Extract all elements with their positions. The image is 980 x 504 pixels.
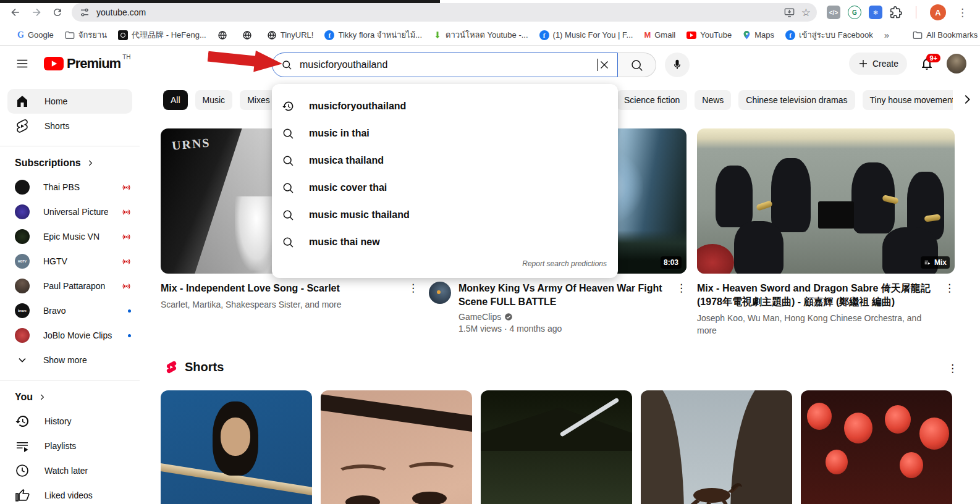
report-predictions-link[interactable]: Report search predictions <box>272 256 618 273</box>
short-thumbnail-4[interactable] <box>641 390 792 504</box>
sidebar-item-history[interactable]: History <box>7 409 132 434</box>
sidebar-item-playlists[interactable]: Playlists <box>7 434 132 458</box>
bookmark-tinyurl[interactable]: TinyURL! <box>267 30 314 40</box>
refresh-button[interactable] <box>47 2 68 23</box>
search-button[interactable] <box>618 52 656 77</box>
notifications-button[interactable]: 9+ <box>919 56 934 71</box>
bookmark-gmail[interactable]: MGmail <box>644 30 675 40</box>
sidebar-item-liked-videos[interactable]: Liked videos <box>7 483 132 504</box>
channel-universal[interactable]: Universal Picture... <box>0 200 140 224</box>
chip-all[interactable]: All <box>163 90 188 110</box>
chip-chinese-tv-dramas[interactable]: Chinese television dramas <box>738 90 855 110</box>
short-thumbnail-3[interactable] <box>481 390 632 504</box>
create-button[interactable]: Create <box>849 52 907 75</box>
browser-profile-avatar[interactable]: A <box>930 4 946 20</box>
search-box[interactable] <box>272 52 618 77</box>
video-menu-icon[interactable]: ⋮ <box>944 282 955 337</box>
bookmark-hefeng[interactable]: 代理品牌 - HeFeng... <box>118 30 206 41</box>
address-bar[interactable]: youtube.com ☆ <box>72 3 817 22</box>
youtube-premium-logo[interactable]: Premium TH <box>43 55 131 72</box>
browser-menu-icon[interactable]: ⋮ <box>953 7 971 18</box>
bookmark-download-youtube[interactable]: ดาวน์โหลด Youtube -... <box>433 28 528 41</box>
new-content-dot <box>128 334 131 337</box>
bookmark-google[interactable]: GGoogle <box>17 30 54 40</box>
sidebar-item-watch-later[interactable]: Watch later <box>7 458 132 483</box>
folder-icon <box>913 31 923 40</box>
all-bookmarks-button[interactable]: All Bookmarks <box>913 30 978 40</box>
logo-country-code: TH <box>122 54 130 61</box>
channel-avatar: HGTV <box>15 254 30 269</box>
history-icon <box>15 414 30 429</box>
channel-joblo[interactable]: JoBlo Movie Clips <box>0 323 140 348</box>
you-header[interactable]: You <box>0 388 140 409</box>
url-text[interactable]: youtube.com <box>96 7 784 17</box>
forward-button[interactable] <box>26 2 47 23</box>
video-title[interactable]: Mix - Heaven Sword and Dragon Sabre 倚天屠龍… <box>697 282 937 309</box>
video-menu-icon[interactable]: ⋮ <box>408 282 418 311</box>
bookmarks-overflow-icon[interactable]: » <box>884 30 889 40</box>
refresh-icon <box>52 7 63 18</box>
channel-bravo[interactable]: bravo Bravo <box>0 298 140 323</box>
channel-paul-pattarapon[interactable]: Paul Pattarapon ... <box>0 274 140 298</box>
video-thumbnail-3[interactable]: Mix <box>697 128 955 274</box>
show-more-button[interactable]: Show more <box>0 348 140 372</box>
live-icon <box>122 257 131 266</box>
guide-menu-button[interactable] <box>10 51 35 76</box>
shorts-menu-icon[interactable]: ⋮ <box>947 362 958 375</box>
chip-tiny-house[interactable]: Tiny house movement <box>863 90 953 110</box>
clear-search-icon[interactable] <box>598 58 611 72</box>
grammarly-icon[interactable]: G <box>848 6 861 19</box>
suggestion-item[interactable]: musica thailand <box>272 147 618 174</box>
chips-scroll-right-button[interactable] <box>960 93 974 106</box>
suggestion-item[interactable]: music thai new <box>272 229 618 256</box>
bookmark-tikky-flora[interactable]: fTikky flora จำหน่ายไม้... <box>324 28 422 41</box>
video-title[interactable]: Monkey King Vs Army Of Heaven War Fight … <box>458 282 669 309</box>
sidebar-item-shorts[interactable]: Shorts <box>7 114 132 138</box>
search-icon <box>282 236 294 248</box>
bookmark-youtube[interactable]: YouTube <box>686 30 732 40</box>
channel-thai-pbs[interactable]: Thai PBS <box>0 175 140 200</box>
bookmark-star-icon[interactable]: ☆ <box>801 6 811 19</box>
bookmark-music-for-you[interactable]: f(1) Music For You | F... <box>539 30 633 40</box>
subscriptions-header[interactable]: Subscriptions <box>0 154 140 175</box>
suggestion-item[interactable]: music cover thai <box>272 174 618 201</box>
back-button[interactable] <box>5 2 26 23</box>
suggestion-item[interactable]: music music thailand <box>272 201 618 229</box>
video-menu-icon[interactable]: ⋮ <box>676 282 686 335</box>
bookmark-facebook-login[interactable]: fเข้าสู่ระบบ Facebook <box>785 28 873 41</box>
video-title[interactable]: Mix - Independent Love Song - Scarlet <box>161 282 400 295</box>
bookmark-folder-thai[interactable]: จักรยาน <box>65 28 107 41</box>
code-extension-icon[interactable]: </> <box>827 6 840 19</box>
thumbnail-sign-text: URNS <box>171 135 211 153</box>
suggestion-item[interactable]: musicforyouthailand <box>272 93 618 120</box>
video-byline[interactable]: Scarlet, Martika, Shakespears Sister, an… <box>161 298 400 311</box>
short-thumbnail-5[interactable] <box>801 390 952 504</box>
channel-avatar-gameclips[interactable] <box>429 282 451 304</box>
history-icon <box>282 100 294 112</box>
bookmark-globe-2[interactable] <box>242 30 256 40</box>
channel-avatar <box>15 180 30 195</box>
back-icon <box>9 6 22 19</box>
bookmark-maps[interactable]: Maps <box>743 30 774 40</box>
extensions-puzzle-icon[interactable] <box>890 6 902 19</box>
video-byline[interactable]: Joseph Koo, Wu Man, Hong Kong Chinese Or… <box>697 312 937 337</box>
chip-news[interactable]: News <box>695 90 731 110</box>
voice-search-button[interactable] <box>665 52 690 77</box>
sidebar-item-home[interactable]: Home <box>7 89 132 114</box>
install-icon[interactable] <box>784 7 795 19</box>
suggestion-item[interactable]: music in thai <box>272 120 618 147</box>
channel-hgtv[interactable]: HGTV HGTV <box>0 249 140 274</box>
chip-music[interactable]: Music <box>195 90 233 110</box>
short-thumbnail-1[interactable] <box>161 390 312 504</box>
channel-epic-music-vn[interactable]: Epic Music VN <box>0 224 140 249</box>
shorts-icon <box>15 119 30 133</box>
chip-science-fiction[interactable]: Science fiction <box>617 90 687 110</box>
bookmark-globe-1[interactable] <box>218 30 231 40</box>
account-avatar[interactable] <box>947 54 966 74</box>
search-input[interactable] <box>300 59 599 70</box>
short-thumbnail-2[interactable] <box>321 390 472 504</box>
site-settings-icon[interactable] <box>79 7 90 18</box>
blue-extension-icon[interactable]: ❄ <box>869 6 882 19</box>
toolbar-divider <box>916 6 916 19</box>
video-channel[interactable]: GameClips <box>458 312 669 322</box>
